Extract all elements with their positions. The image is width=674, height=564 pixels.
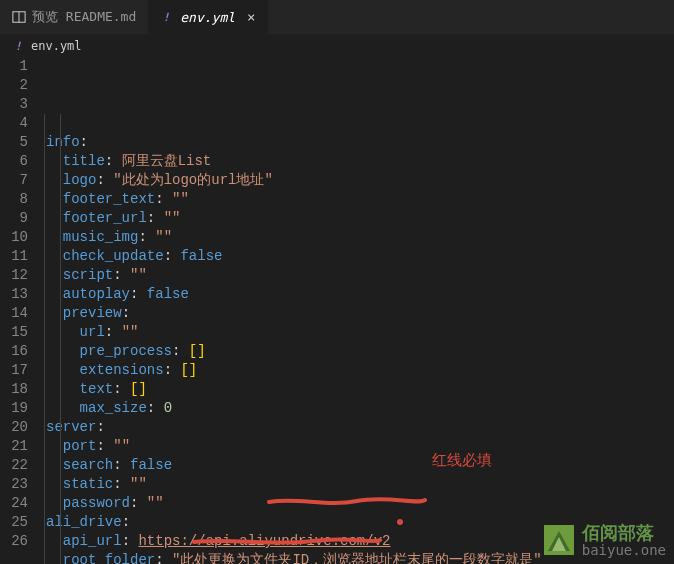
line-number: 8 [10, 190, 28, 209]
line-number: 7 [10, 171, 28, 190]
tab-preview-readme[interactable]: 预览 README.md [0, 0, 148, 34]
line-number: 10 [10, 228, 28, 247]
breadcrumb[interactable]: ! env.yml [0, 35, 674, 57]
line-number-gutter: 1234567891011121314151617181920212223242… [0, 57, 44, 564]
line-number: 19 [10, 399, 28, 418]
line-number: 23 [10, 475, 28, 494]
code-line[interactable]: url: "" [46, 323, 674, 342]
line-number: 12 [10, 266, 28, 285]
line-number: 11 [10, 247, 28, 266]
code-line[interactable]: logo: "此处为logo的url地址" [46, 171, 674, 190]
code-line[interactable]: check_update: false [46, 247, 674, 266]
svg-text:!: ! [163, 10, 170, 24]
line-number: 21 [10, 437, 28, 456]
svg-text:!: ! [15, 39, 22, 53]
code-line[interactable]: pre_process: [] [46, 342, 674, 361]
line-number: 26 [10, 532, 28, 551]
line-number: 18 [10, 380, 28, 399]
code-line[interactable]: static: "" [46, 475, 674, 494]
code-line[interactable]: max_size: 0 [46, 399, 674, 418]
line-number: 13 [10, 285, 28, 304]
line-number: 25 [10, 513, 28, 532]
line-number: 3 [10, 95, 28, 114]
code-line[interactable]: root_folder: "此处更换为文件夹ID，浏览器地址栏末尾的一段数字就是… [46, 551, 674, 564]
tab-label: env.yml [180, 10, 235, 25]
line-number: 4 [10, 114, 28, 133]
code-line[interactable]: footer_text: "" [46, 190, 674, 209]
code-line[interactable]: music_img: "" [46, 228, 674, 247]
code-content[interactable]: info: title: 阿里云盘List logo: "此处为logo的url… [44, 57, 674, 564]
yaml-file-icon: ! [160, 10, 174, 24]
code-line[interactable]: autoplay: false [46, 285, 674, 304]
code-line[interactable]: password: "" [46, 494, 674, 513]
yaml-file-icon: ! [12, 39, 26, 53]
close-icon[interactable]: × [247, 9, 255, 25]
tab-env-yml[interactable]: ! env.yml × [148, 0, 267, 34]
code-line[interactable]: extensions: [] [46, 361, 674, 380]
code-line[interactable]: script: "" [46, 266, 674, 285]
code-line[interactable]: footer_url: "" [46, 209, 674, 228]
line-number: 5 [10, 133, 28, 152]
line-number: 1 [10, 57, 28, 76]
tab-bar: 预览 README.md ! env.yml × [0, 0, 674, 35]
line-number: 6 [10, 152, 28, 171]
tab-label: 预览 README.md [32, 8, 136, 26]
code-line[interactable]: title: 阿里云盘List [46, 152, 674, 171]
code-line[interactable]: search: false [46, 456, 674, 475]
line-number: 24 [10, 494, 28, 513]
code-line[interactable]: info: [46, 133, 674, 152]
code-line[interactable]: text: [] [46, 380, 674, 399]
code-editor[interactable]: 1234567891011121314151617181920212223242… [0, 57, 674, 564]
line-number: 2 [10, 76, 28, 95]
line-number: 20 [10, 418, 28, 437]
code-line[interactable]: api_url: https://api.aliyundrive.com/v2 [46, 532, 674, 551]
preview-icon [12, 10, 26, 24]
line-number: 17 [10, 361, 28, 380]
line-number: 16 [10, 342, 28, 361]
code-line[interactable]: port: "" [46, 437, 674, 456]
code-line[interactable]: server: [46, 418, 674, 437]
code-line[interactable]: preview: [46, 304, 674, 323]
line-number: 15 [10, 323, 28, 342]
line-number: 14 [10, 304, 28, 323]
code-line[interactable]: ali_drive: [46, 513, 674, 532]
line-number: 9 [10, 209, 28, 228]
line-number: 22 [10, 456, 28, 475]
breadcrumb-file: env.yml [31, 39, 82, 53]
